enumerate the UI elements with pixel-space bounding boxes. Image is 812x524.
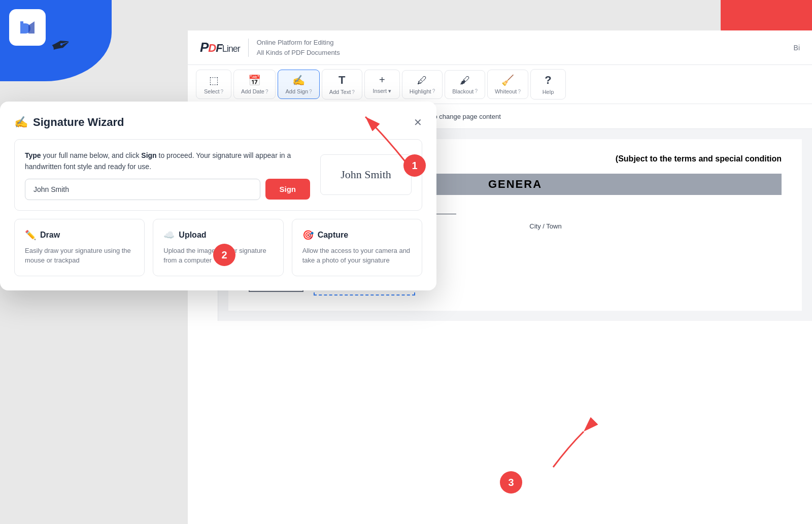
highlight-icon: 🖊 <box>417 75 427 86</box>
step-1-circle: 1 <box>403 154 426 177</box>
wizard-pen-icon: ✍ <box>14 116 28 129</box>
step-3-circle: 3 <box>500 471 522 494</box>
draw-method-desc: Easily draw your signature using the mou… <box>25 246 134 266</box>
sign-input-row: Sign <box>25 179 310 200</box>
tool-select[interactable]: ⬚ Select ? <box>196 70 231 99</box>
whiteout-label: Whiteout ? <box>495 88 521 94</box>
type-strong: Type <box>25 151 41 159</box>
upload-icon: ☁️ <box>163 230 175 241</box>
tool-add-sign[interactable]: ✍ Add Sign ? <box>278 70 319 99</box>
city-town-label: City / Town <box>529 222 561 230</box>
sign-preview-box: John Smith <box>320 154 412 195</box>
capture-icon: 🎯 <box>302 230 314 241</box>
tool-whiteout[interactable]: 🧹 Whiteout ? <box>487 70 528 99</box>
blackout-label: Blackout ? <box>452 88 478 94</box>
help-label: Help <box>543 89 554 95</box>
tool-highlight[interactable]: 🖊 Highlight ? <box>402 70 443 99</box>
capture-method-desc: Allow the access to your camera and take… <box>302 246 412 266</box>
draw-method-title: ✏️ Draw <box>25 230 134 241</box>
upload-method-title: ☁️ Upload <box>163 230 273 241</box>
blackout-icon: 🖌 <box>460 75 470 86</box>
help-icon: ? <box>545 74 551 87</box>
tool-insert[interactable]: + Insert ▾ <box>364 70 400 99</box>
insert-label: Insert ▾ <box>373 88 392 94</box>
capture-method-card[interactable]: 🎯 Capture Allow the access to your camer… <box>292 219 422 276</box>
main-toolbar: ⬚ Select ? 📅 Add Date ? ✍ Add Sign ? T A… <box>188 65 812 104</box>
brand-divider <box>248 39 249 57</box>
step-2-circle: 2 <box>213 244 235 266</box>
add-sign-label: Add Sign ? <box>285 88 312 94</box>
add-date-label: Add Date ? <box>241 88 268 94</box>
sign-strong: Sign <box>141 151 156 159</box>
tool-blackout[interactable]: 🖌 Blackout ? <box>445 70 485 99</box>
capture-method-title: 🎯 Capture <box>302 230 412 241</box>
draw-method-card[interactable]: ✏️ Draw Easily draw your signature using… <box>14 219 145 276</box>
logo-badge <box>9 9 46 46</box>
brand-right: Bi <box>794 44 800 52</box>
sign-name-input[interactable] <box>25 179 260 200</box>
tool-add-date[interactable]: 📅 Add Date ? <box>233 70 276 99</box>
whiteout-icon: 🧹 <box>501 74 514 86</box>
modal-header: ✍ Signature Wizard ✕ <box>14 116 422 129</box>
brand-tagline: Online Platform for Editing All Kinds of… <box>257 38 340 57</box>
calendar-icon: 📅 <box>248 74 261 86</box>
sign-button[interactable]: Sign <box>265 179 311 200</box>
sign-preview-text: John Smith <box>341 168 391 181</box>
sign-icon: ✍ <box>292 74 305 86</box>
select-label: Select ? <box>204 88 223 94</box>
modal-title: ✍ Signature Wizard <box>14 116 124 129</box>
sign-type-description: Type your full name below, and click Sig… <box>25 150 310 200</box>
brand-logo: PDFLiner <box>200 40 240 55</box>
brand-bar: PDFLiner Online Platform for Editing All… <box>188 30 812 65</box>
insert-icon: + <box>379 74 385 86</box>
add-text-label: Add Text ? <box>329 89 355 95</box>
modal-close-button[interactable]: ✕ <box>414 116 422 128</box>
tool-help[interactable]: ? Help <box>530 69 566 100</box>
tool-add-text[interactable]: T Add Text ? <box>322 69 362 100</box>
sign-type-section: Type your full name below, and click Sig… <box>14 139 422 211</box>
highlight-label: Highlight ? <box>410 88 435 94</box>
draw-icon: ✏️ <box>25 230 36 241</box>
text-icon: T <box>339 74 345 87</box>
select-icon: ⬚ <box>209 74 219 86</box>
